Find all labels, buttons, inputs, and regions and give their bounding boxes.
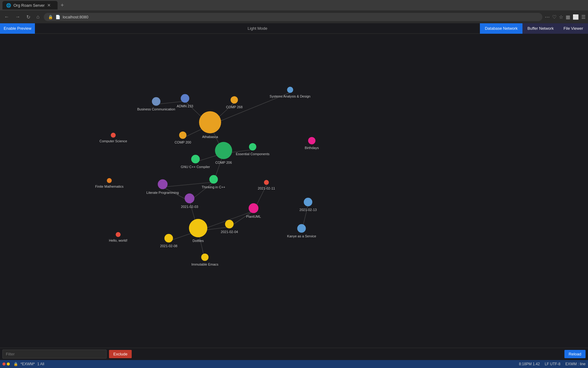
- exclude-button[interactable]: Exclude: [109, 350, 132, 358]
- node-birthdays[interactable]: Birthdays: [305, 137, 319, 150]
- bookmark-button[interactable]: ☆: [559, 14, 563, 20]
- desktop-label: 1 All: [37, 362, 44, 366]
- node-label-birthdays: Birthdays: [305, 146, 319, 150]
- node-circle-2021-02-08: [164, 234, 173, 243]
- node-circle-admn233: [181, 94, 189, 103]
- node-circle-dotfiles: [189, 219, 207, 237]
- enable-preview-button[interactable]: Enable Preview: [0, 23, 35, 34]
- node-label-hello-world: Hello, world!: [109, 238, 128, 243]
- node-circle-kanye-service: [297, 224, 306, 233]
- node-2021-02-03[interactable]: 2021-02-03: [181, 194, 198, 209]
- status-right: 8:18PM 1.42 LF UTF-8 EXWM : line: [519, 362, 586, 366]
- node-label-literate-prog: Literate Programming: [146, 190, 179, 195]
- status-dots: [2, 362, 10, 366]
- reload-browser-button[interactable]: ↻: [24, 13, 32, 21]
- edges-layer: [0, 34, 588, 348]
- more-button[interactable]: ⋯: [545, 14, 550, 20]
- node-thinking-cpp[interactable]: Thinking in C++: [202, 175, 225, 189]
- status-dot-red: [2, 362, 6, 366]
- app-header: Enable Preview Light Mode Database Netwo…: [0, 23, 588, 34]
- node-comp206[interactable]: COMP 206: [215, 142, 232, 165]
- node-label-gnu-cpp: GNU C++ Compiler: [181, 165, 210, 169]
- time-label: 8:18PM 1.42: [519, 362, 540, 366]
- forward-button[interactable]: →: [13, 13, 22, 21]
- tab-database-network[interactable]: Database Network: [480, 23, 522, 34]
- node-comp268[interactable]: COMP 268: [226, 96, 243, 109]
- node-2021-02-08[interactable]: 2021-02-08: [160, 234, 177, 248]
- sidebar-button[interactable]: ▦: [566, 14, 570, 20]
- node-plantuml[interactable]: PlantUML: [246, 203, 261, 219]
- node-2021-02-13[interactable]: 2021-02-13: [300, 198, 317, 212]
- node-hello-world[interactable]: Hello, world!: [109, 232, 128, 243]
- filter-input[interactable]: [2, 350, 107, 358]
- node-athabasca[interactable]: Athabasca: [199, 111, 221, 139]
- tab-close-button[interactable]: ✕: [47, 3, 51, 8]
- browser-tab[interactable]: 🌐 Org Roam Server ✕: [2, 1, 58, 10]
- status-bar: 🔒 *EXWM* 1 All 8:18PM 1.42 LF UTF-8 EXWM…: [0, 360, 588, 368]
- node-immutable-emacs[interactable]: Immutable Emacs: [191, 254, 218, 266]
- workspace-label: *EXWM*: [21, 362, 35, 366]
- light-mode-label: Light Mode: [248, 26, 267, 31]
- node-label-2021-02-11: 2021-02-11: [258, 186, 275, 190]
- tab-bar: 🌐 Org Roam Server ✕ +: [0, 0, 588, 10]
- node-label-2021-02-08: 2021-02-08: [160, 244, 177, 248]
- back-button[interactable]: ←: [2, 13, 11, 21]
- node-computer-science[interactable]: Computer Science: [100, 133, 127, 143]
- node-dotfiles[interactable]: Dotfiles: [189, 219, 207, 243]
- nav-tabs: Database Network Buffer Network File Vie…: [480, 23, 588, 34]
- home-button[interactable]: ⌂: [35, 13, 41, 21]
- node-circle-immutable-emacs: [201, 254, 209, 261]
- node-label-2021-02-13: 2021-02-13: [300, 208, 317, 212]
- node-label-comp268: COMP 268: [226, 105, 243, 109]
- node-label-2021-02-04: 2021-02-04: [221, 230, 238, 234]
- node-circle-2021-02-03: [185, 194, 194, 203]
- node-label-business-comm: Business Communication: [137, 107, 175, 111]
- main-canvas: Business CommunicationADMN 233COMP 268Sy…: [0, 34, 588, 348]
- node-circle-comp206: [215, 142, 232, 159]
- pocket-button[interactable]: ♡: [552, 14, 556, 20]
- node-circle-comp200: [179, 132, 187, 139]
- node-circle-2021-02-04: [225, 220, 234, 228]
- node-label-thinking-cpp: Thinking in C++: [202, 185, 225, 189]
- node-kanye-service[interactable]: Kanye as a Service: [287, 224, 316, 238]
- node-circle-computer-science: [111, 133, 116, 138]
- node-label-finite-math: Finite Mathematics: [95, 184, 123, 189]
- node-circle-business-comm: [152, 97, 160, 106]
- tab-file-viewer[interactable]: File Viewer: [559, 23, 588, 34]
- menu-button[interactable]: ☰: [581, 14, 586, 20]
- node-label-2021-02-03: 2021-02-03: [181, 205, 198, 209]
- status-dot-yellow: [7, 362, 10, 366]
- node-label-computer-science: Computer Science: [100, 139, 127, 143]
- reload-button[interactable]: Reload: [564, 350, 586, 358]
- new-tab-button[interactable]: +: [59, 2, 66, 9]
- node-2021-02-04[interactable]: 2021-02-04: [221, 220, 238, 234]
- node-business-comm[interactable]: Business Communication: [137, 97, 175, 111]
- lock-icon: 🔒: [13, 362, 18, 366]
- split-button[interactable]: ⬜: [573, 14, 579, 20]
- node-admn233[interactable]: ADMN 233: [177, 94, 193, 108]
- encoding-label: LF UTF-8: [545, 362, 560, 366]
- node-systems-analysis[interactable]: Systems Analysis & Design: [270, 87, 310, 98]
- node-circle-2021-02-11: [264, 180, 269, 185]
- tab-favicon: 🌐: [6, 3, 11, 8]
- tab-buffer-network[interactable]: Buffer Network: [522, 23, 559, 34]
- node-label-comp206: COMP 206: [215, 160, 232, 165]
- node-essential-components[interactable]: Essential Components: [236, 143, 270, 156]
- node-label-immutable-emacs: Immutable Emacs: [191, 262, 218, 266]
- node-comp200[interactable]: COMP 200: [175, 132, 191, 144]
- node-label-kanye-service: Kanye as a Service: [287, 234, 316, 238]
- tab-title: Org Roam Server: [13, 3, 45, 8]
- node-circle-finite-math: [107, 178, 112, 183]
- node-literate-prog[interactable]: Literate Programming: [146, 179, 179, 195]
- node-gnu-cpp[interactable]: GNU C++ Compiler: [181, 155, 210, 169]
- node-finite-math[interactable]: Finite Mathematics: [95, 178, 123, 189]
- node-label-athabasca: Athabasca: [202, 135, 218, 139]
- node-circle-essential-components: [249, 143, 256, 151]
- node-circle-gnu-cpp: [191, 155, 200, 163]
- node-2021-02-11[interactable]: 2021-02-11: [258, 180, 275, 190]
- browser-actions: ⋯ ♡ ☆ ▦ ⬜ ☰: [545, 14, 586, 20]
- address-bar[interactable]: 🔒 📄 localhost:8080: [44, 13, 542, 21]
- header-center: Light Mode: [35, 26, 480, 31]
- node-circle-hello-world: [116, 232, 121, 237]
- page-icon: 📄: [55, 15, 60, 19]
